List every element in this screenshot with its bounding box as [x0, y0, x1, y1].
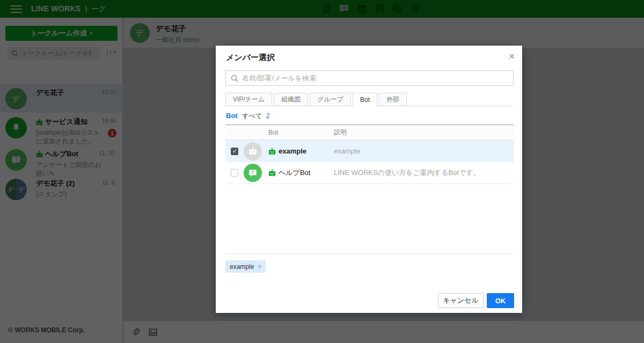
bot-name: ヘルプBot: [279, 168, 310, 178]
tab-external[interactable]: 外部: [379, 93, 407, 106]
table-header-row: Bot 説明: [225, 125, 514, 140]
checkbox-checked[interactable]: [231, 148, 238, 155]
robot-face-icon: [247, 145, 259, 157]
chip-label: example: [230, 263, 254, 271]
result-summary: Bot すべて 2: [226, 112, 269, 121]
tab-vip-team[interactable]: VIP/チーム: [225, 93, 272, 106]
bot-table: Bot 説明 example example ?: [225, 125, 514, 184]
bot-avatar-gray: [244, 142, 262, 160]
checkbox-unchecked[interactable]: [231, 169, 238, 177]
member-category-tabs: VIP/チーム 組織図 グループ Bot 外部: [225, 93, 513, 106]
summary-all-label: すべて: [242, 112, 262, 120]
selected-member-chip: example ×: [225, 260, 266, 273]
help-bot-avatar: ?: [244, 164, 262, 182]
bot-badge-icon: [268, 169, 276, 177]
list-bottom-divider: [225, 254, 514, 254]
question-bubble-icon: ?: [247, 167, 258, 178]
modal-title: メンバー選択: [226, 53, 275, 63]
tab-org-chart[interactable]: 組織図: [274, 93, 308, 106]
bot-name: example: [279, 147, 306, 155]
member-search-box[interactable]: [225, 70, 514, 86]
column-header-description: 説明: [334, 128, 514, 137]
bot-badge-icon: [268, 148, 276, 155]
member-select-modal: メンバー選択 × VIP/チーム 組織図 グループ Bot 外部 Bot すべて…: [216, 46, 522, 313]
table-row-help-bot[interactable]: ? ヘルプBot LINE WORKSの使い方をご案内するBotです。: [225, 162, 514, 184]
search-icon: [231, 75, 238, 82]
svg-text:?: ?: [251, 170, 254, 175]
close-icon[interactable]: ×: [509, 51, 515, 61]
summary-count[interactable]: 2: [266, 112, 270, 120]
column-header-bot: Bot: [268, 129, 334, 136]
chip-remove-icon[interactable]: ×: [258, 263, 261, 271]
bot-description: example: [334, 147, 360, 155]
member-search-input[interactable]: [242, 74, 508, 82]
tab-bot[interactable]: Bot: [353, 93, 377, 106]
bot-description: LINE WORKSの使い方をご案内するBotです。: [334, 169, 480, 177]
summary-category: Bot: [226, 112, 238, 120]
table-row-example[interactable]: example example: [225, 140, 514, 162]
ok-button[interactable]: OK: [487, 293, 514, 308]
tab-group[interactable]: グループ: [310, 93, 351, 106]
cancel-button[interactable]: キャンセル: [438, 293, 484, 308]
